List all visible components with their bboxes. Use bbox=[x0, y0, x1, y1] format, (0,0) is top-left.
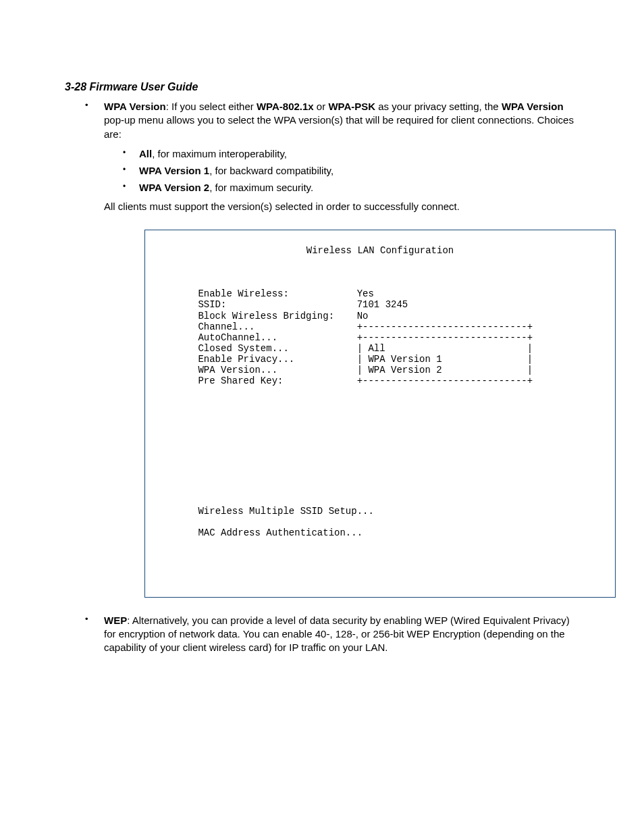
config-title: Wireless LAN Configuration bbox=[164, 245, 596, 256]
label-all: All bbox=[139, 148, 152, 159]
config-blank bbox=[164, 571, 596, 582]
note-paragraph: All clients must support the version(s) … bbox=[104, 200, 579, 213]
sub-item-v1: WPA Version 1, for backward compatibilit… bbox=[123, 165, 579, 176]
config-blank bbox=[164, 463, 596, 473]
label-wpa-psk: WPA-PSK bbox=[328, 101, 375, 112]
label-wpa-8021x: WPA-802.1x bbox=[257, 101, 314, 112]
document-page: 3-28 Firmware User Guide WPA Version: If… bbox=[0, 0, 644, 701]
text: as your privacy setting, the bbox=[375, 101, 502, 112]
sub-item-all: All, for maximum interoperability, bbox=[123, 148, 579, 159]
label-wpa-version: WPA Version bbox=[104, 101, 166, 112]
label-v2: WPA Version 2 bbox=[139, 182, 209, 193]
bullet-list: WPA Version: If you select either WPA-80… bbox=[65, 100, 579, 655]
text: : Alternatively, you can provide a level… bbox=[104, 615, 570, 654]
text: or bbox=[314, 101, 329, 112]
config-footer-1: Wireless Multiple SSID Setup... bbox=[198, 506, 373, 517]
config-blank bbox=[164, 397, 596, 408]
list-item-wpa-version: WPA Version: If you select either WPA-80… bbox=[85, 100, 579, 598]
label-wep: WEP bbox=[104, 615, 127, 626]
config-blank bbox=[164, 484, 596, 495]
paragraph: WPA Version: If you select either WPA-80… bbox=[104, 100, 579, 141]
text: , for maximum security. bbox=[209, 182, 313, 193]
label-v1: WPA Version 1 bbox=[139, 165, 209, 176]
config-rows: Enable Wireless: Yes SSID: 7101 3245 Blo… bbox=[164, 288, 596, 386]
config-footer-2: MAC Address Authentication... bbox=[198, 527, 363, 538]
text: pop-up menu allows you to select the WPA… bbox=[104, 114, 574, 139]
config-blank bbox=[164, 419, 596, 430]
label-wpa-version-2: WPA Version bbox=[502, 101, 564, 112]
list-item-wep: WEP: Alternatively, you can provide a le… bbox=[85, 614, 579, 655]
paragraph: WEP: Alternatively, you can provide a le… bbox=[104, 614, 579, 655]
config-blank bbox=[164, 267, 596, 278]
config-footer-row: Wireless Multiple SSID Setup... bbox=[164, 506, 596, 517]
page-header: 3-28 Firmware User Guide bbox=[65, 81, 579, 93]
text: , for maximum interoperability, bbox=[152, 148, 287, 159]
text: : If you select either bbox=[166, 101, 257, 112]
sub-list: All, for maximum interoperability, WPA V… bbox=[104, 148, 579, 193]
config-footer-row: MAC Address Authentication... bbox=[164, 527, 596, 538]
text: , for backward compatibility, bbox=[209, 165, 333, 176]
config-blank bbox=[164, 550, 596, 561]
config-blank bbox=[164, 441, 596, 452]
config-box: Wireless LAN Configuration Enable Wirele… bbox=[144, 230, 616, 598]
sub-item-v2: WPA Version 2, for maximum security. bbox=[123, 182, 579, 193]
